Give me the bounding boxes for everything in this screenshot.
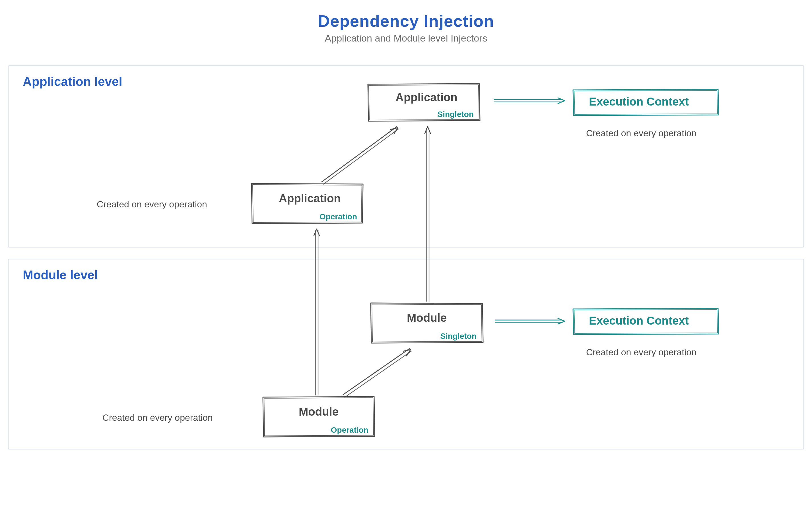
node-label: Module (407, 311, 447, 324)
section-label-application: Application level (23, 75, 122, 89)
node-sublabel: Singleton (440, 332, 476, 341)
caption-app-operation: Created on every operation (97, 199, 207, 210)
node-sublabel: Operation (320, 212, 357, 221)
caption-module-exec: Created on every operation (586, 347, 697, 358)
node-label: Execution Context (589, 95, 689, 108)
node-module-operation: Module Operation (262, 395, 376, 438)
diagram-subtitle: Application and Module level Injectors (0, 33, 812, 44)
node-label: Module (299, 405, 339, 418)
node-execution-context-app: Execution Context (572, 88, 720, 117)
diagram-canvas: Dependency Injection Application and Mod… (0, 0, 812, 524)
node-execution-context-module: Execution Context (572, 307, 720, 336)
node-sublabel: Singleton (437, 110, 474, 119)
node-module-singleton: Module Singleton (370, 301, 484, 344)
section-label-module: Module level (23, 268, 98, 282)
node-application-operation: Application Operation (250, 182, 364, 225)
node-label: Application (279, 192, 341, 205)
node-label: Execution Context (589, 314, 689, 327)
node-sublabel: Operation (331, 426, 369, 435)
node-application-singleton: Application Singleton (367, 82, 481, 122)
caption-module-operation: Created on every operation (102, 412, 213, 423)
diagram-title: Dependency Injection (0, 11, 812, 30)
title-block: Dependency Injection Application and Mod… (0, 11, 812, 44)
node-label: Application (395, 91, 457, 104)
caption-app-exec: Created on every operation (586, 128, 697, 138)
